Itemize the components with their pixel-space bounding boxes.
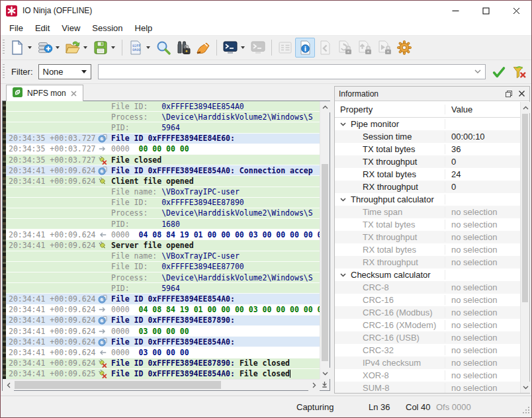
log-message: File ID 0xFFFFE3894EE87890: [111,315,320,325]
log-row[interactable]: Process: \Device\HarddiskVolume2\Windows… [3,272,320,283]
log-horizontal-scrollbar[interactable] [3,379,320,390]
panel-scroll-up-icon[interactable] [521,102,530,113]
tab-npfs-mon[interactable]: NPFS mon [6,85,83,101]
filter-type-select[interactable]: None [38,64,91,79]
property-row[interactable]: RX total bytes24 [335,168,520,181]
chevron-down-icon[interactable] [340,273,346,277]
save-button[interactable] [91,38,118,58]
log-row[interactable]: 20:34:35 +00:03.727File ID 0xFFFFE3894EE… [3,134,320,144]
find-button[interactable] [154,38,173,58]
maximize-button[interactable] [470,1,501,21]
property-row[interactable]: TX throughput0 [335,155,520,168]
find-hex-button[interactable] [173,38,193,58]
packet-log-button[interactable]: 02FF0A00 [126,38,154,58]
close-button[interactable] [501,1,531,21]
property-row[interactable]: RX throughputno selection [335,256,520,269]
property-row[interactable]: TX throughputno selection [335,231,520,243]
log-row[interactable]: 20:34:35 +00:03.7270000 00 00 00 00 [3,144,320,155]
log-rows[interactable]: File ID: 0xFFFFE3894EE854A0Process: \Dev… [3,101,320,379]
resize-grip[interactable] [522,406,530,416]
log-row[interactable]: 20:34:41 +00:09.6240000 03 00 00 00 [3,347,320,358]
property-group-checksum-calculator[interactable]: Checksum calculator [335,269,520,281]
property-row[interactable]: TX total bytesno selection [335,218,520,231]
scroll-right-icon[interactable] [308,380,320,391]
property-row[interactable]: CRC-16 (XModem)no selection [335,319,520,331]
panel-vertical-scrollbar[interactable] [520,102,529,393]
property-row[interactable]: CRC-16 (Modbus)no selection [335,306,520,319]
menu-file[interactable]: File [3,22,29,34]
property-value: no selection [445,282,520,292]
panel-scroll-down-icon[interactable] [521,382,530,393]
filter-history-chevron[interactable] [470,65,485,79]
property-row[interactable]: RX total bytesno selection [335,243,520,256]
settings-button[interactable] [394,38,414,58]
log-row[interactable]: File name: \VBoxTrayIPC-user [3,251,320,262]
new-file-button[interactable] [7,38,35,58]
menu-edit[interactable]: Edit [29,22,56,34]
log-row[interactable]: 20:34:41 +00:09.6240000 04 08 84 19 01 0… [3,305,320,315]
log-row[interactable]: PID: 1680 [3,219,320,230]
property-row[interactable]: RX throughput0 [335,181,520,193]
log-row[interactable]: 20:34:41 +00:09.6240000 03 00 00 00 [3,326,320,337]
log-row[interactable]: 20:34:41 +00:09.624Client file opened [3,176,320,187]
log-row[interactable]: File ID: 0xFFFFE3894EE87890 [3,198,320,208]
chevron-down-icon[interactable] [340,122,346,126]
hscroll-thumb[interactable] [15,381,221,389]
property-row[interactable]: Time spanno selection [335,206,520,218]
log-row[interactable]: 20:34:41 +00:09.624File ID 0xFFFFE3894EE… [3,294,320,304]
property-row[interactable]: CRC-16 (USB)no selection [335,331,520,344]
float-panel-icon[interactable] [505,90,513,98]
open-file-button[interactable] [63,38,91,58]
log-row[interactable]: PID: 5964 [3,122,320,133]
filter-input[interactable] [99,65,471,79]
terminal-button[interactable] [220,38,248,58]
menu-help[interactable]: Help [129,22,159,34]
panel-vscroll-thumb[interactable] [522,114,528,302]
toolbar-grip[interactable] [3,40,5,56]
tx-arrow-icon [94,305,111,314]
log-row[interactable]: File ID: 0xFFFFE3894EE854A0 [3,101,320,112]
property-row[interactable]: Session time00:00:10 [335,130,520,143]
log-row[interactable]: File name: \VBoxTrayIPC-user [3,187,320,198]
log-row[interactable]: 20:34:41 +00:09.624File ID 0xFFFFE3894EE… [3,337,320,347]
chevron-down-icon[interactable] [340,198,346,202]
log-row[interactable]: Process: \Device\HarddiskVolume2\Windows… [3,112,320,122]
property-row[interactable]: IPv4 checksumno selection [335,356,520,369]
property-row[interactable]: XOR-8no selection [335,369,520,382]
log-message: PID: 5964 [111,284,320,293]
new-session-button[interactable] [35,38,63,58]
apply-filter-button[interactable] [492,65,506,79]
stick-to-bottom-icon[interactable] [320,379,330,390]
property-row[interactable]: SUM-8no selection [335,382,520,393]
scroll-down-icon[interactable] [320,368,330,379]
menu-view[interactable]: View [56,22,86,34]
property-group-pipe-monitor[interactable]: Pipe monitor [335,118,520,130]
log-row[interactable]: 20:34:41 +00:09.624File ID 0xFFFFE3894EE… [3,358,320,369]
log-row[interactable]: 20:34:41 +00:09.624File ID 0xFFFFE3894EE… [3,315,320,326]
log-row[interactable]: 20:34:35 +00:03.727File closed [3,155,320,165]
filterbar-grip[interactable] [3,64,5,80]
vscroll-thumb[interactable] [322,164,328,361]
information-button[interactable] [295,38,315,58]
log-vertical-scrollbar[interactable] [320,101,330,379]
property-row[interactable]: CRC-8no selection [335,281,520,294]
property-row[interactable]: CRC-16no selection [335,294,520,306]
property-row[interactable]: CRC-32no selection [335,344,520,356]
log-row[interactable]: File ID: 0xFFFFE3894EE87700 [3,262,320,272]
clear-filter-button[interactable] [512,65,527,79]
menu-session[interactable]: Session [86,22,128,34]
tab-close-icon[interactable] [71,91,77,97]
log-row[interactable]: 20:34:41 +00:09.624Server file opened [3,240,320,251]
log-row[interactable]: Process: \Device\HarddiskVolume2\Windows… [3,208,320,219]
log-row[interactable]: 20:34:41 +00:09.625File ID 0xFFFFE3894EE… [3,369,320,379]
scroll-left-icon[interactable] [3,380,14,391]
property-group-throughput-calculator[interactable]: Throughput calculator [335,193,520,206]
log-row[interactable]: PID: 5964 [3,283,320,294]
log-row[interactable]: 20:34:41 +00:09.624File ID 0xFFFFE3894EE… [3,165,320,176]
close-panel-icon[interactable] [518,90,525,98]
scroll-up-icon[interactable] [320,101,330,112]
minimize-button[interactable] [440,1,470,21]
property-row[interactable]: TX total bytes36 [335,143,520,155]
log-row[interactable]: 20:34:41 +00:09.6240000 04 08 84 19 01 0… [3,230,320,240]
script-button[interactable] [193,38,213,58]
